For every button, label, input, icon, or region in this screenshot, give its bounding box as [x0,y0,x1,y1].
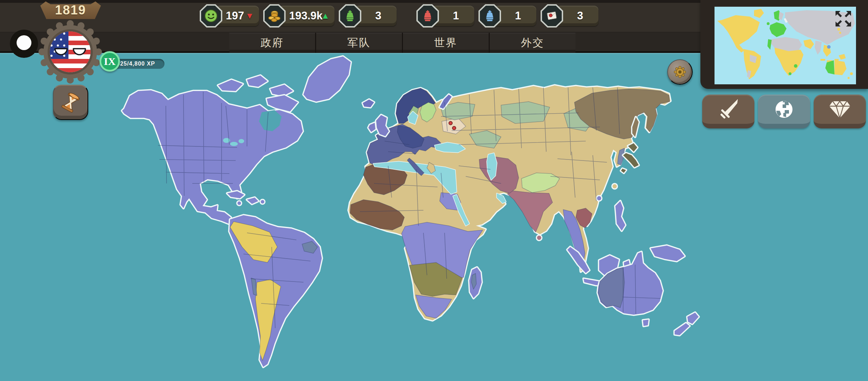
capital-marker [449,121,452,125]
premium-button[interactable] [814,95,866,128]
diamond-icon [828,98,852,120]
level-badge: IX [100,51,120,72]
resource-messages[interactable]: 3 [541,4,598,28]
minimap[interactable] [715,7,856,84]
envelope-icon [542,6,562,26]
capital-marker [452,126,456,130]
notification-dot-button[interactable] [10,30,38,58]
red-crown-value: 1 [453,10,459,22]
globe-icon [773,98,795,121]
minimap-panel [700,0,868,89]
white-dot [17,35,31,50]
happiness-value: 197 [226,10,244,22]
tab-government[interactable]: 政府 [229,33,315,53]
sword-icon [717,98,740,121]
timelapse-button[interactable] [53,85,88,120]
war-button[interactable] [702,95,754,128]
action-buttons [702,95,867,128]
gear-icon [673,65,687,79]
resource-happiness[interactable]: 197▼ [200,4,259,28]
settings-button[interactable] [667,59,693,85]
crown-green-icon [340,6,360,26]
tab-army[interactable]: 军队 [315,33,402,53]
crown-blue-icon [480,6,500,26]
main-tab-bar: 政府 军队 世界 外交 [229,33,575,53]
blue-crown-value: 1 [515,10,521,22]
trend-up-icon: ▲ [321,11,330,21]
year-label: 1819 [55,3,86,18]
trend-down-icon: ▼ [246,11,254,21]
crown-red-icon [418,6,438,26]
gold-value: 193.9k [289,10,323,22]
smiley-icon [201,6,221,26]
resource-gold[interactable]: 193.9k▲ [263,4,335,28]
continent-south-america[interactable] [229,215,322,367]
resource-red-crown[interactable]: 1 [416,4,474,28]
tab-diplomacy[interactable]: 外交 [489,33,575,53]
expand-icon[interactable] [834,10,852,28]
messages-value: 3 [577,10,583,22]
resource-green-crown[interactable]: 3 [339,4,397,28]
hourglass-icon [60,92,82,114]
resource-bar: 197▼ 193.9k▲ 3 1 1 3 [200,3,603,29]
coins-icon [265,6,284,26]
nation-emblem[interactable] [37,18,104,85]
world-view-button[interactable] [758,95,810,128]
green-crown-value: 3 [375,10,381,22]
resource-blue-crown[interactable]: 1 [478,4,536,28]
continent-north-america[interactable] [122,56,351,224]
tab-world[interactable]: 世界 [402,33,489,53]
